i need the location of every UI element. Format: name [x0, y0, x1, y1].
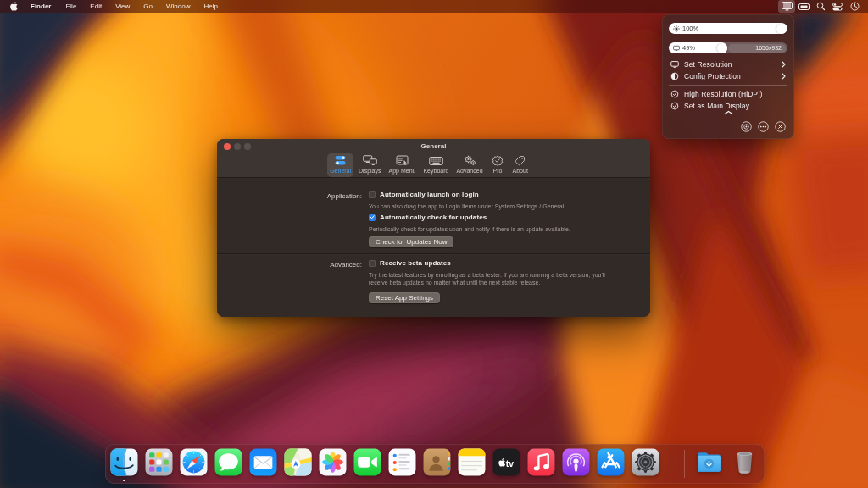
checkbox-unchecked[interactable]	[369, 260, 376, 267]
tab-label: Advanced	[456, 168, 482, 174]
settings-content: Application: Automatically launch on log…	[217, 179, 650, 317]
dock-icon-notes[interactable]	[458, 448, 486, 476]
panel-footer	[741, 121, 786, 132]
menu-bar: Finder File Edit View Go Window Help	[0, 0, 868, 13]
more-button[interactable]	[758, 121, 769, 132]
menubar-item-go[interactable]: Go	[136, 3, 159, 10]
resolution-slider[interactable]: 49% 1656x932	[669, 42, 787, 53]
status-clock-icon[interactable]	[846, 0, 863, 13]
status-dummy-display-icon[interactable]	[795, 0, 812, 13]
panel-separator	[669, 85, 787, 86]
display-icon	[670, 60, 679, 69]
dock-icon-finder[interactable]	[110, 448, 138, 476]
apple-icon	[10, 2, 18, 11]
menubar-item-help[interactable]: Help	[197, 3, 224, 10]
app-menu-icon	[395, 155, 409, 166]
brightness-value: 100%	[682, 23, 698, 34]
chevron-up-icon	[724, 110, 733, 115]
tab-general[interactable]: General	[327, 153, 353, 177]
svg-text:tv: tv	[505, 459, 513, 469]
updates-note: Periodically check for updates upon and …	[369, 225, 623, 233]
dock-icon-maps[interactable]	[284, 448, 312, 476]
dock-icon-tv[interactable]: tv	[492, 448, 520, 476]
title-bar[interactable]: General General	[217, 139, 650, 178]
tab-about[interactable]: About	[510, 153, 531, 177]
record-button[interactable]	[741, 121, 752, 132]
menu-item-label: Set Resolution	[684, 60, 732, 69]
settings-window: General General	[217, 139, 650, 317]
dock-icon-trash[interactable]	[731, 448, 759, 476]
brightness-icon	[673, 25, 680, 32]
status-spotlight-icon[interactable]	[812, 0, 829, 13]
menubar-item-file[interactable]: File	[58, 3, 83, 10]
checkbox-unchecked[interactable]	[369, 191, 376, 198]
tab-label: Keyboard	[423, 168, 448, 174]
tab-label: Pro	[493, 168, 503, 174]
apple-menu[interactable]	[4, 2, 23, 11]
dock-icon-safari[interactable]	[180, 448, 208, 476]
window-title: General	[217, 142, 650, 150]
display-icon	[673, 45, 680, 52]
dock-icon-app-store[interactable]	[597, 448, 625, 476]
status-control-center-icon[interactable]	[829, 0, 846, 13]
dock-icon-reminders[interactable]	[388, 448, 416, 476]
status-display-icon[interactable]	[778, 0, 795, 13]
tab-label: Displays	[359, 168, 381, 174]
displays-icon	[363, 155, 377, 166]
tab-label: General	[330, 168, 351, 174]
menubar-item-edit[interactable]: Edit	[83, 3, 108, 10]
advanced-section-label: Advanced:	[260, 261, 362, 269]
brightness-slider[interactable]: 100%	[669, 23, 787, 34]
reset-settings-button[interactable]: Reset App Settings	[369, 292, 440, 303]
tab-keyboard[interactable]: Keyboard	[420, 153, 451, 177]
seal-check-icon	[491, 155, 505, 166]
collapse-button[interactable]	[662, 110, 794, 115]
dock-separator	[684, 450, 685, 478]
dock-icon-music[interactable]	[527, 448, 555, 476]
section-separator	[217, 253, 650, 254]
checkbox-checked[interactable]	[369, 214, 376, 221]
resolution-dimensions: 1656x932	[755, 42, 782, 53]
tab-app-menu[interactable]: App Menu	[387, 153, 419, 177]
menubar-item-window[interactable]: Window	[159, 3, 197, 10]
gears-icon	[462, 155, 476, 166]
tab-label: App Menu	[389, 168, 416, 174]
chevron-right-icon	[782, 61, 786, 68]
dock-icon-system-settings[interactable]	[632, 448, 659, 476]
dock-icon-podcasts[interactable]	[562, 448, 590, 476]
beta-updates-row[interactable]: Receive beta updates	[369, 259, 451, 267]
menu-item-label: Set as Main Display	[684, 102, 749, 110]
keyboard-icon	[429, 155, 443, 166]
check-updates-row[interactable]: Automatically check for updates	[369, 214, 487, 221]
menubar-item-view[interactable]: View	[108, 3, 136, 10]
beta-note: Try the latest features by enrolling as …	[369, 271, 615, 286]
dock-icon-launchpad[interactable]	[145, 448, 173, 476]
check-circle-icon	[670, 102, 679, 110]
check-updates-button[interactable]: Check for Updates Now	[369, 236, 453, 247]
tab-advanced[interactable]: Advanced	[453, 153, 485, 177]
tab-pro[interactable]: Pro	[488, 153, 508, 177]
slider-knob[interactable]	[717, 43, 727, 53]
slider-knob[interactable]	[776, 24, 787, 34]
dock-icon-contacts[interactable]	[423, 448, 451, 476]
chevron-right-icon	[782, 73, 786, 80]
dock-icon-mail[interactable]	[249, 448, 277, 476]
shield-icon	[670, 72, 679, 80]
launch-on-login-row[interactable]: Automatically launch on login	[369, 191, 479, 198]
dock-icon-downloads[interactable]	[695, 448, 723, 476]
dock-icon-facetime[interactable]	[353, 448, 381, 476]
tab-label: About	[513, 168, 528, 174]
tab-displays[interactable]: Displays	[356, 153, 383, 177]
tag-icon	[513, 155, 527, 166]
menu-item-high-resolution[interactable]: High Resolution (HiDPI)	[669, 88, 787, 100]
menu-item-set-resolution[interactable]: Set Resolution	[669, 58, 787, 70]
menubar-app-name[interactable]: Finder	[23, 3, 58, 10]
desktop: Finder File Edit View Go Window Help	[0, 0, 868, 488]
resolution-scale-value: 49%	[682, 42, 695, 53]
dock-icon-messages[interactable]	[214, 448, 242, 476]
toolbar-tabs: General Displays	[217, 153, 650, 177]
menu-item-config-protection[interactable]: Config Protection	[669, 70, 787, 82]
close-button[interactable]	[775, 121, 786, 132]
checkmark-icon	[370, 214, 376, 220]
dock-icon-photos[interactable]	[319, 448, 347, 476]
